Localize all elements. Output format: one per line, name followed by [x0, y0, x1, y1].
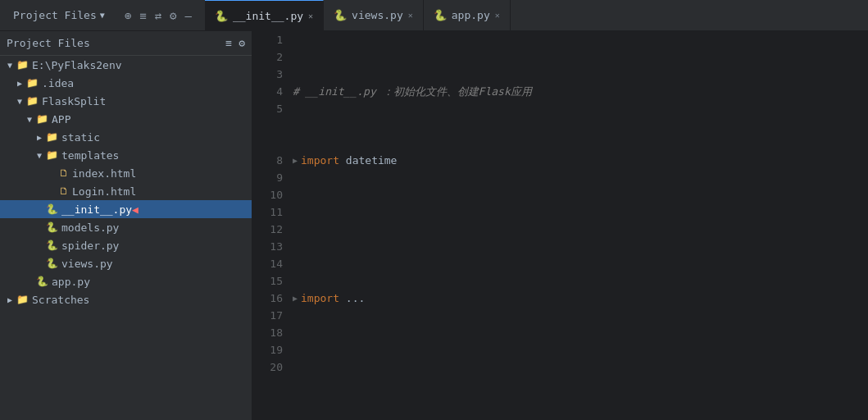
- ln-8: 8: [259, 152, 283, 169]
- folder-icon-root: 📁: [16, 59, 29, 71]
- arrow-static: ▶: [33, 133, 46, 142]
- tree-label-root: E:\PyFlaks2env: [32, 59, 122, 71]
- tree-label-index-html: index.html: [72, 167, 136, 180]
- tree-item-app[interactable]: ▼ 📁 APP: [0, 110, 252, 128]
- code-lines[interactable]: # __init__.py ：初始化文件、创建Flask应用 ▶ import …: [289, 31, 868, 420]
- panel-header-icons: ≡ ⚙: [225, 37, 245, 49]
- tree-item-flasksplit[interactable]: ▼ 📁 FlaskSplit: [0, 92, 252, 110]
- html-icon-login: 🗋: [59, 185, 69, 197]
- tree-item-templates[interactable]: ▼ 📁 templates: [0, 146, 252, 164]
- tree-label-init-py: __init__.py: [61, 203, 132, 216]
- selected-arrow-indicator: ◀: [132, 203, 139, 216]
- ln-usages: [259, 135, 283, 152]
- ln-14: 14: [259, 255, 283, 272]
- folder-icon-templates: 📁: [46, 149, 58, 161]
- tab-views[interactable]: 🐍 views.py ✕: [324, 0, 424, 30]
- folder-icon-scratches: 📁: [16, 294, 29, 305]
- folder-icon-idea: 📁: [26, 77, 39, 89]
- sort-icon[interactable]: ⇄: [155, 9, 161, 22]
- ln-6: [259, 117, 283, 135]
- arrow-templates: ▼: [33, 151, 46, 160]
- tree-item-idea[interactable]: ▶ 📁 .idea: [0, 74, 252, 92]
- tree-item-index-html[interactable]: ▶ 🗋 index.html: [0, 164, 252, 182]
- ln-15: 15: [259, 272, 283, 290]
- py-icon-init: 🐍: [46, 203, 58, 215]
- tree-label-app-py: app.py: [52, 276, 90, 288]
- tree-label-flasksplit: FlaskSplit: [42, 95, 106, 107]
- kw-import: import: [301, 152, 346, 169]
- tree-item-login-html[interactable]: ▶ 🗋 Login.html: [0, 182, 252, 200]
- tree-item-models-py[interactable]: ▶ 🐍 models.py: [0, 218, 252, 236]
- top-bar: Project Files ▼ ⊕ ≡ ⇄ ⚙ — 🐍 __init__.py …: [0, 0, 868, 31]
- py-icon-models: 🐍: [46, 221, 58, 233]
- py-icon-views: 🐍: [46, 258, 58, 269]
- py-icon-spider: 🐍: [46, 240, 58, 251]
- code-line-3: [289, 221, 868, 238]
- tab-init-label: __init__.py: [233, 10, 303, 22]
- folder-icon-flasksplit: 📁: [26, 95, 39, 107]
- panel-icon-1[interactable]: ≡: [225, 37, 232, 49]
- folder-icon-app: 📁: [36, 113, 48, 125]
- code-line-4: ▶ import ...: [289, 290, 868, 307]
- panel-header-left: Project Files: [7, 37, 90, 49]
- ln-10: 10: [259, 186, 283, 203]
- ln-1: 1: [259, 31, 283, 48]
- code-text-1: # __init__.py ：初始化文件、创建Flask应用: [293, 83, 532, 100]
- ln-4: 4: [259, 83, 283, 100]
- tree-label-app: APP: [52, 113, 70, 126]
- code-dots: ...: [346, 290, 365, 307]
- tab-views-close[interactable]: ✕: [408, 11, 413, 20]
- code-content: 1 2 3 4 5 8 9 10 11 12 13 14 15 16 17: [252, 31, 868, 420]
- tree-item-root[interactable]: ▼ 📁 E:\PyFlaks2env: [0, 56, 252, 74]
- list-icon[interactable]: ≡: [139, 9, 146, 22]
- tree-label-login-html: Login.html: [72, 185, 136, 198]
- tab-app[interactable]: 🐍 app.py ✕: [424, 0, 511, 30]
- main-layout: Project Files ≡ ⚙ ▼ 📁 E:\PyFlaks2env ▶ 📁…: [0, 31, 868, 420]
- tree-item-init-py[interactable]: ▶ 🐍 __init__.py ◀: [0, 200, 252, 218]
- arrow-flasksplit: ▼: [13, 97, 26, 106]
- code-line-5: [289, 358, 868, 376]
- py-icon-app: 🐍: [434, 9, 447, 21]
- tree-item-spider-py[interactable]: ▶ 🐍 spider.py: [0, 236, 252, 254]
- tab-init-close[interactable]: ✕: [308, 11, 313, 21]
- arrow-root: ▼: [3, 61, 16, 70]
- ln-16: 16: [259, 290, 283, 307]
- tree-label-idea: .idea: [42, 77, 74, 89]
- arrow-app: ▼: [23, 115, 36, 124]
- code-area: 1 2 3 4 5 8 9 10 11 12 13 14 15 16 17: [252, 31, 868, 420]
- ln-11: 11: [259, 203, 283, 221]
- fold-dot-2: ▶: [293, 152, 298, 169]
- kw-import2: import: [301, 290, 346, 307]
- tab-app-close[interactable]: ✕: [495, 11, 500, 20]
- ln-3: 3: [259, 66, 283, 83]
- tab-init[interactable]: 🐍 __init__.py ✕: [205, 0, 324, 30]
- tabs: 🐍 __init__.py ✕ 🐍 views.py ✕ 🐍 app.py ✕: [205, 0, 511, 30]
- project-title[interactable]: Project Files ▼: [7, 6, 111, 25]
- html-icon-index: 🗋: [59, 167, 69, 179]
- ln-5: 5: [259, 100, 283, 117]
- gear-icon[interactable]: ⚙: [170, 9, 176, 22]
- project-title-text: Project Files: [13, 9, 97, 21]
- panel-title: Project Files: [7, 37, 90, 49]
- tree-item-static[interactable]: ▶ 📁 static: [0, 128, 252, 146]
- code-datetime: datetime: [346, 152, 398, 169]
- tree-item-scratches[interactable]: ▶ 📁 Scratches: [0, 290, 252, 308]
- tree-item-views-py[interactable]: ▶ 🐍 views.py: [0, 254, 252, 272]
- minimize-icon[interactable]: —: [185, 9, 192, 22]
- fold-dot-4: ▶: [293, 290, 298, 307]
- folder-icon-static: 📁: [46, 131, 58, 143]
- arrow-idea: ▶: [13, 79, 26, 88]
- panel-icon-2[interactable]: ⚙: [239, 37, 245, 49]
- ln-19: 19: [259, 341, 283, 358]
- tree-label-models-py: models.py: [61, 221, 119, 234]
- chevron-down-icon: ▼: [100, 11, 105, 20]
- tree-item-app-py[interactable]: ▶ 🐍 app.py: [0, 272, 252, 290]
- arrow-scratches: ▶: [3, 295, 16, 304]
- tab-views-label: views.py: [352, 9, 403, 21]
- add-icon[interactable]: ⊕: [125, 9, 131, 22]
- py-icon: 🐍: [215, 10, 228, 22]
- ln-12: 12: [259, 221, 283, 238]
- ln-18: 18: [259, 324, 283, 341]
- code-wrapper: 1 2 3 4 5 8 9 10 11 12 13 14 15 16 17: [252, 31, 868, 420]
- tree-label-spider-py: spider.py: [61, 240, 119, 252]
